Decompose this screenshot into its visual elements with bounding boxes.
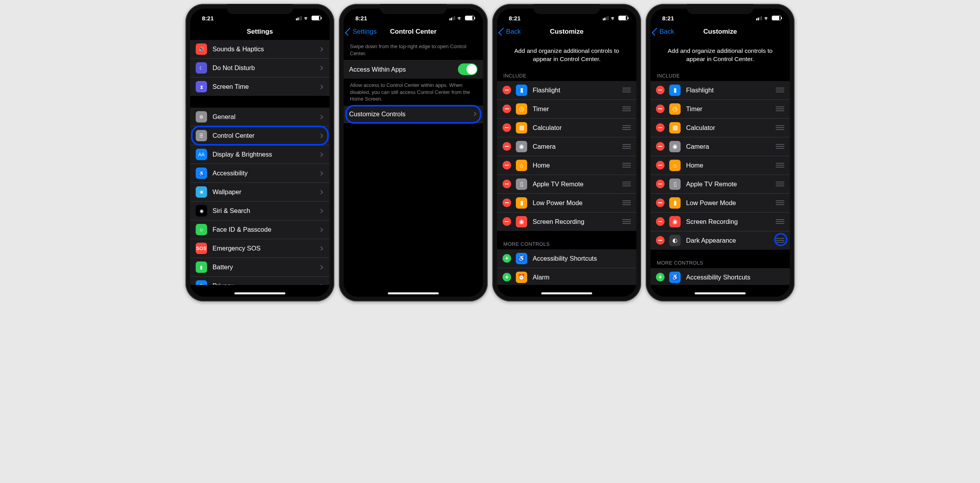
customize-controls-row[interactable]: Customize Controls: [344, 106, 483, 123]
settings-content[interactable]: 🔊 Sounds & Haptics ☾ Do Not Disturb ⧗ Sc…: [190, 40, 330, 285]
settings-row[interactable]: ◉ Siri & Search: [190, 202, 330, 220]
include-row[interactable]: ▮ Low Power Mode: [650, 194, 790, 213]
home-indicator[interactable]: [234, 292, 285, 294]
remove-button[interactable]: [503, 198, 511, 207]
back-button[interactable]: Back: [654, 28, 674, 36]
settings-row[interactable]: ⧗ Screen Time: [190, 77, 330, 96]
remove-button[interactable]: [656, 142, 665, 151]
intro-text: Add and organize additional controls to …: [650, 40, 790, 70]
include-row[interactable]: ▦ Calculator: [497, 119, 636, 137]
include-row[interactable]: ◉ Camera: [650, 137, 790, 156]
include-row[interactable]: ⌂ Home: [497, 156, 636, 175]
drag-handle-icon[interactable]: [622, 219, 631, 224]
settings-row[interactable]: ❀ Wallpaper: [190, 183, 330, 202]
add-button[interactable]: [503, 254, 511, 263]
include-row[interactable]: ◉ Screen Recording: [497, 213, 636, 231]
settings-row[interactable]: ☰ Control Center: [190, 126, 330, 145]
include-row[interactable]: ◷ Timer: [650, 100, 790, 119]
customize-content[interactable]: Add and organize additional controls to …: [650, 40, 790, 285]
drag-handle-icon[interactable]: [776, 219, 784, 224]
settings-row[interactable]: AA Display & Brightness: [190, 145, 330, 164]
home-indicator[interactable]: [388, 292, 439, 294]
page-title: Settings: [247, 28, 273, 36]
remove-button[interactable]: [656, 217, 665, 226]
home-indicator[interactable]: [541, 292, 592, 294]
camera-icon: ◉: [516, 141, 527, 152]
include-row[interactable]: ▮ Low Power Mode: [497, 194, 636, 213]
siri-icon: ◉: [196, 205, 207, 216]
include-row[interactable]: ▮ Flashlight: [650, 81, 790, 100]
settings-row[interactable]: SOS Emergency SOS: [190, 239, 330, 258]
remove-button[interactable]: [656, 123, 665, 132]
remove-button[interactable]: [503, 180, 511, 188]
hourglass-icon: ⧗: [196, 81, 207, 92]
more-row[interactable]: ⏰ Alarm: [497, 268, 636, 285]
remove-button[interactable]: [656, 161, 665, 169]
include-row[interactable]: ▯ Apple TV Remote: [650, 175, 790, 194]
drag-handle-icon[interactable]: [776, 88, 784, 92]
remove-button[interactable]: [656, 198, 665, 207]
include-row[interactable]: ◷ Timer: [497, 100, 636, 119]
back-button[interactable]: Settings: [347, 28, 377, 36]
accessibility-icon: ♿: [516, 253, 527, 264]
drag-handle-icon[interactable]: [622, 88, 631, 92]
drag-handle-icon[interactable]: [776, 144, 784, 149]
include-row[interactable]: ▮ Flashlight: [497, 81, 636, 100]
remove-button[interactable]: [503, 86, 511, 94]
toggle-on[interactable]: [458, 63, 477, 75]
remove-button[interactable]: [503, 161, 511, 169]
remove-button[interactable]: [656, 180, 665, 188]
drag-handle-icon[interactable]: [622, 200, 631, 205]
add-button[interactable]: [503, 273, 511, 281]
drag-handle-icon[interactable]: [622, 106, 631, 111]
remove-button[interactable]: [656, 105, 665, 113]
include-row[interactable]: ◉ Screen Recording: [650, 213, 790, 231]
drag-handle-icon[interactable]: [776, 125, 784, 130]
signal-icon: [296, 16, 302, 20]
settings-row[interactable]: ▮ Battery: [190, 258, 330, 277]
more-row[interactable]: ♿ Accessibility Shortcuts: [650, 268, 790, 285]
row-label: Apple TV Remote: [686, 180, 773, 188]
drag-handle-icon[interactable]: [776, 200, 784, 205]
drag-handle-icon[interactable]: [622, 125, 631, 130]
switches-icon: ☰: [196, 130, 207, 141]
back-button[interactable]: Back: [500, 28, 521, 36]
customize-content[interactable]: Add and organize additional controls to …: [497, 40, 636, 285]
include-row[interactable]: ▯ Apple TV Remote: [497, 175, 636, 194]
status-time: 8:21: [662, 15, 674, 22]
remove-button[interactable]: [503, 217, 511, 226]
remove-button[interactable]: [503, 105, 511, 113]
drag-handle-icon[interactable]: [776, 182, 784, 186]
row-label: Home: [533, 162, 619, 169]
settings-row[interactable]: ☺ Face ID & Passcode: [190, 220, 330, 239]
hand-icon: ✋: [196, 280, 207, 285]
row-label: Wallpaper: [213, 188, 319, 196]
home-indicator[interactable]: [695, 292, 746, 294]
include-row[interactable]: ◉ Camera: [497, 137, 636, 156]
add-button[interactable]: [656, 273, 665, 281]
more-row[interactable]: ♿ Accessibility Shortcuts: [497, 249, 636, 268]
phone-frame-3: 8:21 ᯤ Back Customize Add and organize a…: [492, 4, 641, 301]
settings-row[interactable]: 🔊 Sounds & Haptics: [190, 40, 330, 59]
settings-row[interactable]: ✋ Privacy: [190, 277, 330, 285]
drag-handle-icon[interactable]: [622, 163, 631, 168]
settings-row[interactable]: ♿ Accessibility: [190, 164, 330, 183]
drag-handle-icon[interactable]: [776, 163, 784, 168]
access-within-apps-row[interactable]: Access Within Apps: [344, 60, 483, 79]
drag-handle-icon[interactable]: [776, 106, 784, 111]
remove-button[interactable]: [503, 142, 511, 151]
include-row[interactable]: ◐ Dark Appearance: [650, 231, 790, 250]
drag-handle-icon[interactable]: [776, 238, 784, 243]
remove-button[interactable]: [503, 123, 511, 132]
include-row[interactable]: ⌂ Home: [650, 156, 790, 175]
include-row[interactable]: ▦ Calculator: [650, 119, 790, 137]
battery-icon: [312, 16, 321, 20]
remove-button[interactable]: [656, 86, 665, 94]
remove-button[interactable]: [656, 236, 665, 245]
drag-handle-icon[interactable]: [622, 182, 631, 186]
control-center-content[interactable]: Swipe down from the top-right edge to op…: [344, 40, 483, 285]
settings-row[interactable]: ⚙ General: [190, 108, 330, 126]
include-header: INCLUDE: [497, 70, 636, 81]
drag-handle-icon[interactable]: [622, 144, 631, 149]
settings-row[interactable]: ☾ Do Not Disturb: [190, 59, 330, 77]
